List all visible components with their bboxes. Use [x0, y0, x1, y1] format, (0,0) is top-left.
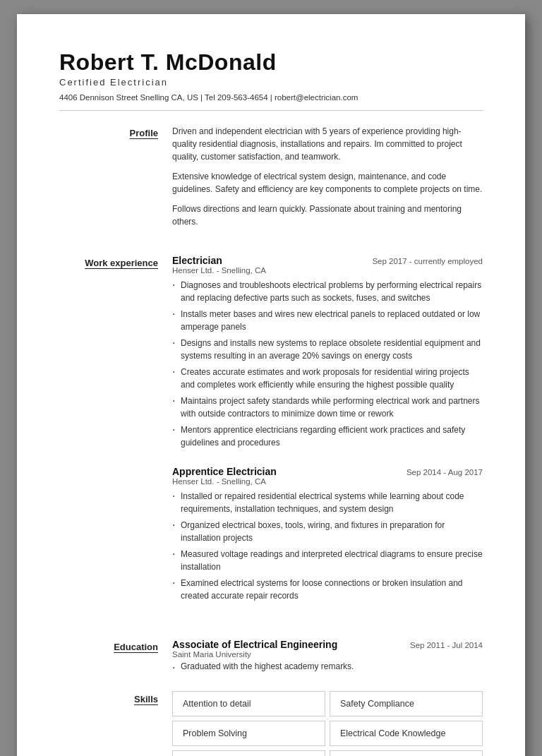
profile-para-1: Driven and independent electrician with … [172, 125, 483, 163]
job-2: Apprentice Electrician Sep 2014 - Aug 20… [172, 466, 483, 602]
edu-degree: Associate of Electrical Engineering [172, 639, 337, 650]
edu-bullet: Graduated with the highest academy remar… [172, 661, 483, 671]
work-experience-content: Electrician Sep 2017 - currently employe… [172, 255, 483, 619]
profile-label: Profile [130, 128, 158, 138]
skill-attention-to-detail: Attention to detail [172, 691, 325, 716]
job-2-header: Apprentice Electrician Sep 2014 - Aug 20… [172, 466, 483, 477]
education-section: Education Associate of Electrical Engine… [59, 639, 483, 671]
skills-label-col: Skills [59, 691, 172, 756]
job-1-dates: Sep 2017 - currently employed [372, 257, 483, 265]
job-1-company: Henser Ltd. - Snelling, CA [172, 266, 483, 275]
skill-problem-solving: Problem Solving [172, 721, 325, 746]
edu-dates: Sep 2011 - Jul 2014 [410, 641, 483, 649]
profile-section: Profile Driven and independent electrici… [59, 125, 483, 235]
job-2-title: Apprentice Electrician [172, 466, 277, 477]
education-content: Associate of Electrical Engineering Sep … [172, 639, 483, 671]
resume-contact: 4406 Dennison Street Snelling CA, US | T… [59, 93, 483, 102]
work-experience-section: Work experience Electrician Sep 2017 - c… [59, 255, 483, 619]
work-experience-label-col: Work experience [59, 255, 172, 619]
job-1-bullet-5: Maintains project safety standards while… [172, 395, 483, 420]
job-1-bullets: Diagnoses and troubleshoots electrical p… [172, 279, 483, 449]
profile-para-3: Follows directions and learn quickly. Pa… [172, 203, 483, 228]
job-1: Electrician Sep 2017 - currently employe… [172, 255, 483, 449]
profile-label-col: Profile [59, 125, 172, 235]
job-2-bullet-4: Examined electrical systems for loose co… [172, 577, 483, 602]
education-label: Education [114, 642, 158, 652]
job-2-bullet-1: Installed or repaired residential electr… [172, 490, 483, 515]
job-1-title: Electrician [172, 255, 222, 266]
job-1-header: Electrician Sep 2017 - currently employe… [172, 255, 483, 266]
edu-entry-1-header: Associate of Electrical Engineering Sep … [172, 639, 483, 650]
profile-content: Driven and independent electrician with … [172, 125, 483, 235]
job-2-bullets: Installed or repaired residential electr… [172, 490, 483, 602]
job-1-bullet-4: Creates accurate estimates and work prop… [172, 366, 483, 391]
resume-header: Robert T. McDonald Certified Electrician… [59, 49, 483, 111]
resume-title: Certified Electrician [59, 77, 483, 88]
profile-para-2: Extensive knowledge of electrical system… [172, 170, 483, 196]
job-2-company: Henser Ltd. - Snelling, CA [172, 477, 483, 486]
job-1-bullet-1: Diagnoses and troubleshoots electrical p… [172, 279, 483, 304]
job-1-bullet-2: Installs meter bases and wires new elect… [172, 308, 483, 333]
job-1-bullet-6: Mentors apprentice electricians regardin… [172, 424, 483, 449]
skill-osha-certified: OSHA Certified [330, 750, 483, 756]
skills-grid: Attention to detail Safety Compliance Pr… [172, 691, 483, 756]
job-1-bullet-3: Designs and installs new systems to repl… [172, 337, 483, 362]
skills-label: Skills [134, 694, 158, 704]
job-2-bullet-3: Measured voltage readings and interprete… [172, 548, 483, 573]
skill-blueprints-schematics: Blueprints & Schematics [172, 750, 325, 756]
job-2-bullet-2: Organized electrical boxes, tools, wirin… [172, 519, 483, 544]
skills-content: Attention to detail Safety Compliance Pr… [172, 691, 483, 756]
resume-page: Robert T. McDonald Certified Electrician… [17, 14, 525, 756]
resume-name: Robert T. McDonald [59, 49, 483, 76]
job-2-dates: Sep 2014 - Aug 2017 [406, 468, 483, 476]
work-experience-label: Work experience [85, 258, 158, 268]
skill-electrical-code-knowledge: Electrical Code Knowledge [330, 721, 483, 746]
edu-school: Saint Maria University [172, 650, 483, 659]
education-label-col: Education [59, 639, 172, 671]
skill-safety-compliance: Safety Compliance [330, 691, 483, 716]
skills-section: Skills Attention to detail Safety Compli… [59, 691, 483, 756]
